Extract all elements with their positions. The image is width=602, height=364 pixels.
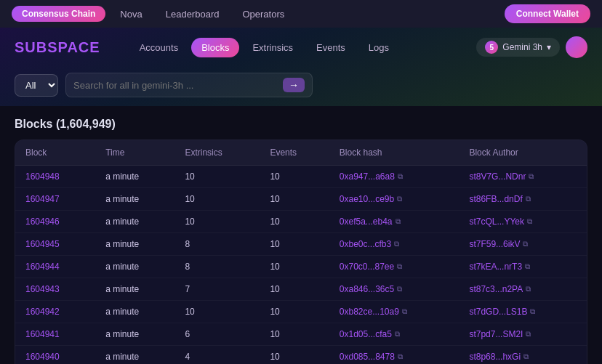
- hash-value[interactable]: 0xd085...8478: [340, 352, 395, 362]
- network-selector[interactable]: 5 Gemini 3h ▾: [476, 38, 560, 57]
- main-header: SUBSPACE Accounts Blocks Extrinsics Even…: [0, 28, 602, 106]
- events-cell: 10: [260, 256, 329, 278]
- nav-logs[interactable]: Logs: [358, 38, 399, 57]
- page-title: Blocks (1,604,949): [15, 118, 587, 131]
- nav-blocks[interactable]: Blocks: [191, 38, 239, 57]
- block-num-cell[interactable]: 1604942: [15, 301, 95, 323]
- brand-button[interactable]: Consensus Chain: [12, 6, 105, 22]
- time-cell: a minute: [95, 211, 174, 233]
- author-cell: st7dGD...LS1B ⧉: [459, 301, 587, 323]
- author-cell: st7cQL...YYek ⧉: [459, 211, 587, 233]
- copy-hash-icon[interactable]: ⧉: [397, 262, 402, 271]
- content-area: Blocks (1,604,949) Block Time Extrinsics…: [0, 106, 602, 364]
- hash-cell: 0xbe0c...cfb3 ⧉: [329, 233, 459, 256]
- hash-value[interactable]: 0xa947...a6a8: [340, 171, 395, 182]
- author-cell: st86FB...dnDf ⧉: [459, 188, 587, 211]
- table-row: 1604940 a minute 4 10 0xd085...8478 ⧉ st…: [15, 346, 587, 365]
- hash-value[interactable]: 0xb82ce...10a9: [340, 307, 399, 317]
- events-cell: 10: [260, 166, 329, 188]
- avatar-button[interactable]: [566, 36, 587, 58]
- hash-value[interactable]: 0xae10...ce9b: [340, 194, 394, 204]
- copy-hash-icon[interactable]: ⧉: [397, 195, 402, 203]
- nova-link[interactable]: Nova: [111, 6, 150, 23]
- copy-hash-icon[interactable]: ⧉: [394, 240, 399, 248]
- extrinsics-cell: 10: [174, 166, 260, 188]
- copy-author-icon[interactable]: ⧉: [523, 352, 529, 361]
- top-nav: Consensus Chain Nova Leaderboard Operato…: [0, 0, 602, 28]
- copy-author-icon[interactable]: ⧉: [525, 262, 530, 271]
- author-value[interactable]: st7cQL...YYek: [469, 217, 524, 227]
- author-value[interactable]: st8V7G...NDnr: [469, 171, 526, 182]
- block-num-cell[interactable]: 1604947: [15, 188, 95, 211]
- block-num-cell[interactable]: 1604941: [15, 323, 95, 346]
- copy-author-icon[interactable]: ⧉: [523, 240, 528, 248]
- chevron-down-icon: ▾: [547, 42, 551, 52]
- operators-link[interactable]: Operators: [233, 6, 293, 23]
- author-cell: st87c3...n2PA ⧉: [459, 278, 587, 301]
- copy-author-icon[interactable]: ⧉: [530, 307, 535, 316]
- extrinsics-cell: 10: [174, 211, 260, 233]
- copy-hash-icon[interactable]: ⧉: [395, 330, 400, 339]
- author-value[interactable]: st87c3...n2PA: [469, 284, 523, 294]
- author-value[interactable]: st7dGD...LS1B: [469, 307, 527, 317]
- copy-hash-icon[interactable]: ⧉: [396, 217, 401, 226]
- hash-cell: 0xa947...a6a8 ⧉: [329, 166, 459, 188]
- copy-author-icon[interactable]: ⧉: [527, 217, 532, 226]
- leaderboard-link[interactable]: Leaderboard: [157, 6, 228, 23]
- hash-value[interactable]: 0x70c0...87ee: [340, 262, 394, 272]
- table-row: 1604945 a minute 8 10 0xbe0c...cfb3 ⧉ st…: [15, 233, 587, 256]
- blocks-table-container: Block Time Extrinsics Events Block hash …: [15, 139, 587, 364]
- copy-hash-icon[interactable]: ⧉: [398, 352, 403, 361]
- author-value[interactable]: st7F59...6ikV: [469, 239, 520, 249]
- search-input[interactable]: [73, 80, 283, 91]
- col-author: Block Author: [459, 140, 587, 166]
- copy-author-icon[interactable]: ⧉: [529, 172, 534, 181]
- header-nav-row: SUBSPACE Accounts Blocks Extrinsics Even…: [15, 36, 587, 58]
- time-cell: a minute: [95, 346, 174, 365]
- search-row: All →: [15, 67, 587, 106]
- table-row: 1604946 a minute 10 10 0xef5a...eb4a ⧉ s…: [15, 211, 587, 233]
- nav-extrinsics[interactable]: Extrinsics: [242, 38, 303, 57]
- author-value[interactable]: st8p68...hxGi: [469, 352, 521, 362]
- hash-cell: 0x70c0...87ee ⧉: [329, 256, 459, 278]
- hash-cell: 0xae10...ce9b ⧉: [329, 188, 459, 211]
- author-cell: st7pd7...SM2I ⧉: [459, 323, 587, 346]
- main-nav: Accounts Blocks Extrinsics Events Logs: [129, 38, 477, 57]
- connect-wallet-button[interactable]: Connect Wallet: [505, 4, 590, 23]
- author-value[interactable]: st86FB...dnDf: [469, 194, 522, 204]
- copy-author-icon[interactable]: ⧉: [526, 285, 531, 294]
- block-num-cell[interactable]: 1604943: [15, 278, 95, 301]
- copy-author-icon[interactable]: ⧉: [526, 330, 531, 339]
- block-num-cell[interactable]: 1604946: [15, 211, 95, 233]
- hash-value[interactable]: 0xbe0c...cfb3: [340, 239, 391, 249]
- events-cell: 10: [260, 211, 329, 233]
- time-cell: a minute: [95, 233, 174, 256]
- col-events: Events: [260, 140, 329, 166]
- hash-cell: 0xd085...8478 ⧉: [329, 346, 459, 365]
- copy-hash-icon[interactable]: ⧉: [402, 307, 407, 316]
- copy-hash-icon[interactable]: ⧉: [398, 172, 403, 181]
- search-arrow-button[interactable]: →: [283, 78, 305, 92]
- author-value[interactable]: st7kEA...nrT3: [469, 262, 522, 272]
- copy-hash-icon[interactable]: ⧉: [397, 285, 402, 294]
- table-row: 1604942 a minute 10 10 0xb82ce...10a9 ⧉ …: [15, 301, 587, 323]
- col-block: Block: [15, 140, 95, 166]
- copy-author-icon[interactable]: ⧉: [526, 195, 531, 203]
- hash-value[interactable]: 0xa846...36c5: [340, 284, 394, 294]
- nav-accounts[interactable]: Accounts: [129, 38, 188, 57]
- block-num-cell[interactable]: 1604944: [15, 256, 95, 278]
- author-cell: st7F59...6ikV ⧉: [459, 233, 587, 256]
- table-row: 1604943 a minute 7 10 0xa846...36c5 ⧉ st…: [15, 278, 587, 301]
- all-dropdown[interactable]: All: [15, 74, 58, 97]
- hash-value[interactable]: 0xef5a...eb4a: [340, 217, 393, 227]
- hash-value[interactable]: 0x1d05...cfa5: [340, 329, 392, 339]
- author-value[interactable]: st7pd7...SM2I: [469, 329, 523, 339]
- table-row: 1604941 a minute 6 10 0x1d05...cfa5 ⧉ st…: [15, 323, 587, 346]
- nav-events[interactable]: Events: [306, 38, 356, 57]
- table-row: 1604948 a minute 10 10 0xa947...a6a8 ⧉ s…: [15, 166, 587, 188]
- network-icon: 5: [485, 41, 498, 54]
- block-num-cell[interactable]: 1604940: [15, 346, 95, 365]
- block-num-cell[interactable]: 1604945: [15, 233, 95, 256]
- extrinsics-cell: 7: [174, 278, 260, 301]
- block-num-cell[interactable]: 1604948: [15, 166, 95, 188]
